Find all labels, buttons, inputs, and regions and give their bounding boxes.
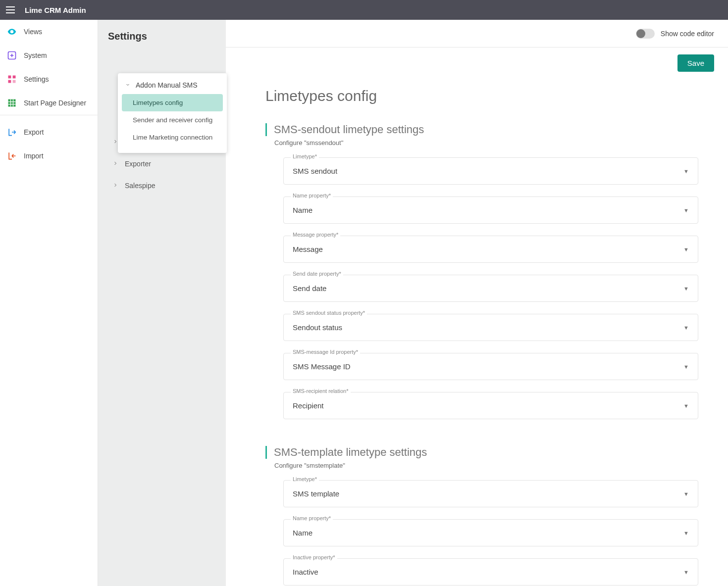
save-button[interactable]: Save xyxy=(677,54,714,72)
select-field-name-property[interactable]: Name property*Name▼ xyxy=(283,519,698,546)
nav-item-views[interactable]: Views xyxy=(0,20,98,44)
chevron-down-icon: ▼ xyxy=(683,491,689,497)
field-label: SMS-message Id property* xyxy=(291,349,360,355)
settings-group-exporter[interactable]: Exporter xyxy=(100,153,224,175)
select-field-send-date-property[interactable]: Send date property*Send date▼ xyxy=(283,275,698,302)
grid-icon xyxy=(7,98,17,108)
select-field-name-property[interactable]: Name property*Name▼ xyxy=(283,196,698,224)
settings-group-salespipe[interactable]: Salespipe xyxy=(100,175,224,196)
field-value: Recipient xyxy=(293,401,683,410)
primary-nav: ViewsSystemSettingsStart Page Designer E… xyxy=(0,20,98,586)
eye-icon xyxy=(7,27,17,37)
settings-header: Settings xyxy=(98,20,226,52)
chevron-down-icon xyxy=(125,81,131,89)
field-value: Sendout status xyxy=(293,323,683,332)
nav-item-label: Import xyxy=(24,152,44,160)
settings-group-label: Exporter xyxy=(125,160,151,168)
field-label: Limetype* xyxy=(291,476,319,482)
nav-item-import[interactable]: Import xyxy=(0,144,98,168)
hamburger-menu-icon[interactable] xyxy=(6,4,18,16)
chevron-down-icon: ▼ xyxy=(683,207,689,213)
main-content: Show code editor Save Limetypes config S… xyxy=(226,20,728,586)
chevron-down-icon: ▼ xyxy=(683,286,689,292)
chevron-down-icon: ▼ xyxy=(683,364,689,370)
settings-submenu-lime-marketing-connection[interactable]: Lime Marketing connection xyxy=(122,129,223,146)
app-title: Lime CRM Admin xyxy=(25,6,86,14)
field-label: Inactive property* xyxy=(291,554,337,560)
import-icon xyxy=(7,151,17,161)
field-label: Message property* xyxy=(291,232,340,238)
main-top-strip: Show code editor xyxy=(226,20,728,48)
field-value: Message xyxy=(293,245,683,253)
svg-rect-5 xyxy=(8,99,16,107)
settings-group-label: Addon Manual SMS xyxy=(136,81,198,89)
field-label: SMS-recipient relation* xyxy=(291,388,351,394)
chevron-down-icon: ▼ xyxy=(683,530,689,536)
export-icon xyxy=(7,127,17,137)
nav-item-label: System xyxy=(24,51,47,59)
nav-item-system[interactable]: System xyxy=(0,44,98,67)
system-icon xyxy=(7,50,17,60)
select-field-inactive-property[interactable]: Inactive property*Inactive▼ xyxy=(283,558,698,586)
nav-item-label: Settings xyxy=(24,75,49,83)
field-label: Name property* xyxy=(291,515,333,521)
chevron-right-icon xyxy=(112,160,119,168)
select-field-sms-sendout-status-property[interactable]: SMS sendout status property*Sendout stat… xyxy=(283,314,698,341)
field-value: SMS sendout xyxy=(293,167,683,175)
select-field-limetype[interactable]: Limetype*SMS template▼ xyxy=(283,480,698,507)
select-field-message-property[interactable]: Message property*Message▼ xyxy=(283,236,698,263)
field-label: SMS sendout status property* xyxy=(291,310,367,316)
field-label: Name property* xyxy=(291,193,333,198)
settings-sidebar: Settings Addon Manual SMS Limetypes conf… xyxy=(98,20,226,586)
nav-item-label: Export xyxy=(24,128,44,136)
section-title: SMS-sendout limetype settings xyxy=(265,123,698,136)
page-title: Limetypes config xyxy=(265,88,698,104)
settings-group-label: Salespipe xyxy=(125,182,156,190)
show-code-editor-label: Show code editor xyxy=(661,30,714,38)
chevron-down-icon: ▼ xyxy=(683,403,689,409)
field-label: Send date property* xyxy=(291,271,343,277)
section-subtitle: Configure "smssendout" xyxy=(265,139,698,146)
settings-group-addon-manual-sms[interactable]: Addon Manual SMS xyxy=(118,78,227,94)
widgets-icon xyxy=(7,74,17,84)
field-value: Send date xyxy=(293,284,683,293)
field-value: Inactive xyxy=(293,568,683,576)
settings-submenu-limetypes-config[interactable]: Limetypes config xyxy=(122,94,223,111)
show-code-editor-toggle[interactable] xyxy=(636,29,655,39)
svg-rect-2 xyxy=(13,76,16,79)
select-field-sms-recipient-relation[interactable]: SMS-recipient relation*Recipient▼ xyxy=(283,392,698,419)
svg-rect-1 xyxy=(8,76,11,79)
chevron-down-icon: ▼ xyxy=(683,246,689,252)
nav-item-label: Views xyxy=(24,28,42,36)
nav-item-export[interactable]: Export xyxy=(0,120,98,144)
nav-item-label: Start Page Designer xyxy=(24,99,86,107)
nav-item-settings[interactable]: Settings xyxy=(0,67,98,91)
toggle-knob xyxy=(636,29,645,38)
settings-submenu-sender-and-receiver-config[interactable]: Sender and receiver config xyxy=(122,111,223,129)
section-subtitle: Configure "smstemplate" xyxy=(265,462,698,469)
chevron-down-icon: ▼ xyxy=(683,569,689,575)
select-field-sms-message-id-property[interactable]: SMS-message Id property*SMS Message ID▼ xyxy=(283,353,698,380)
field-value: Name xyxy=(293,206,683,214)
settings-submenu-card: Addon Manual SMS Limetypes configSender … xyxy=(118,73,227,153)
chevron-down-icon: ▼ xyxy=(683,168,689,174)
nav-item-start-page-designer[interactable]: Start Page Designer xyxy=(0,91,98,115)
svg-rect-4 xyxy=(13,80,16,83)
section-title: SMS-template limetype settings xyxy=(265,446,698,459)
field-value: SMS template xyxy=(293,489,683,498)
field-label: Limetype* xyxy=(291,153,319,159)
field-value: Name xyxy=(293,529,683,537)
chevron-down-icon: ▼ xyxy=(683,325,689,331)
topbar: Lime CRM Admin xyxy=(0,0,728,20)
select-field-limetype[interactable]: Limetype*SMS sendout▼ xyxy=(283,157,698,185)
chevron-right-icon xyxy=(112,182,119,190)
field-value: SMS Message ID xyxy=(293,362,683,371)
svg-rect-3 xyxy=(8,80,11,83)
